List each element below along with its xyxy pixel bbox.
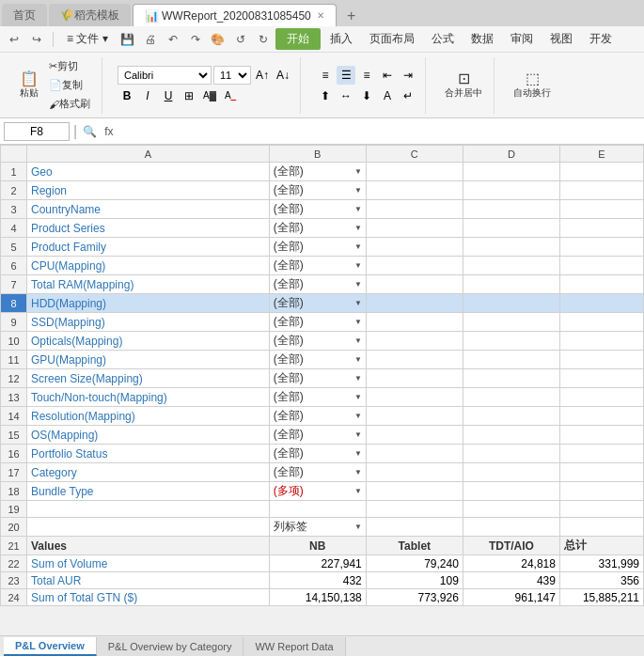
cell-c-14[interactable] [366,407,463,426]
align-middle-button[interactable]: ↔ [337,86,355,105]
row-num-11[interactable]: 11 [1,351,27,369]
cell-c-23[interactable]: 109 [366,572,463,589]
menu-insert[interactable]: 插入 [322,29,360,49]
cell-d-20[interactable] [463,518,559,537]
cell-a-5[interactable]: Product Family [27,238,270,257]
cell-a-8[interactable]: HDD(Mapping) [27,294,270,313]
cell-a-14[interactable]: Resolution(Mapping) [27,407,270,426]
row-num-3[interactable]: 3 [1,200,27,219]
cell-d-23[interactable]: 439 [463,572,559,589]
cell-d-7[interactable] [463,275,559,294]
cell-e-1[interactable] [559,163,643,181]
cell-a-18[interactable]: Bundle Type [27,482,270,501]
cell-b-11[interactable]: (全部)▼ [269,351,366,369]
cell-e-18[interactable] [559,482,643,501]
cell-b-22[interactable]: 227,941 [269,555,366,572]
row-num-21[interactable]: 21 [1,537,27,555]
zoom-icon[interactable]: 🔍 [81,123,99,140]
sheet-tab-pl-category[interactable]: P&L Overview by Category [97,637,244,656]
cell-a-6[interactable]: CPU(Mapping) [27,257,270,275]
cell-b-19[interactable] [269,501,366,518]
indent-increase-button[interactable]: ⇥ [399,66,417,85]
cell-d-22[interactable]: 24,818 [463,555,559,572]
cell-d-2[interactable] [463,181,559,200]
row-num-14[interactable]: 14 [1,407,27,426]
cell-d-5[interactable] [463,238,559,257]
dropdown-13[interactable]: (全部)▼ [274,389,362,405]
cell-d-18[interactable] [463,482,559,501]
dropdown-3[interactable]: (全部)▼ [274,201,362,217]
cell-e-2[interactable] [559,181,643,200]
row-num-22[interactable]: 22 [1,555,27,572]
save-icon[interactable]: 💾 [118,29,138,50]
cell-d-14[interactable] [463,407,559,426]
row-num-20[interactable]: 20 [1,518,27,537]
dropdown-16[interactable]: (全部)▼ [274,445,362,461]
sheet-tab-ww-data[interactable]: WW Report Data [243,637,345,656]
cell-d-3[interactable] [463,200,559,219]
menu-layout[interactable]: 页面布局 [362,29,422,49]
cell-b-3[interactable]: (全部)▼ [269,200,366,219]
paste-button[interactable]: 📋 粘贴 [15,70,43,102]
cell-e-23[interactable]: 356 [559,572,643,589]
text-direction-button[interactable]: A [378,86,397,105]
cell-c-2[interactable] [366,181,463,200]
wrap-text-button[interactable]: ↵ [399,86,417,105]
dropdown-2[interactable]: (全部)▼ [274,182,362,198]
cell-c-10[interactable] [366,332,463,351]
col-header-d[interactable]: D [463,146,559,163]
cell-e-24[interactable]: 15,885,211 [559,589,643,606]
redo-icon[interactable]: ↪ [26,29,47,50]
cell-b-8[interactable]: (全部)▼ [269,294,366,313]
tab-template[interactable]: 🌾 稻壳模板 [49,4,131,26]
cell-d-8[interactable] [463,294,559,313]
cell-a-17[interactable]: Category [27,463,270,482]
tab-report[interactable]: 📊 WWReport_20200831085450 ✕ [133,4,337,26]
cell-a-24[interactable]: Sum of Total GTN ($) [27,589,270,606]
row-num-6[interactable]: 6 [1,257,27,275]
cell-a-15[interactable]: OS(Mapping) [27,426,270,445]
menu-view[interactable]: 视图 [542,29,580,49]
dropdown-15[interactable]: (全部)▼ [274,427,362,443]
cell-d-12[interactable] [463,369,559,388]
cell-a-1[interactable]: Geo [27,163,270,181]
dropdown-11[interactable]: (全部)▼ [274,351,362,367]
cell-d-21[interactable]: TDT/AIO [463,537,559,555]
cell-a-16[interactable]: Portfolio Status [27,445,270,463]
cell-a-19[interactable] [27,501,270,518]
cell-c-5[interactable] [366,238,463,257]
redo3-icon[interactable]: ↻ [253,29,274,50]
increase-font-button[interactable]: A↑ [253,66,272,85]
undo-icon[interactable]: ↩ [4,29,24,50]
cell-e-16[interactable] [559,445,643,463]
fx-icon[interactable]: fx [102,123,115,140]
menu-file[interactable]: ≡ 文件 ▾ [59,29,116,49]
row-num-10[interactable]: 10 [1,332,27,351]
print-icon[interactable]: 🖨 [140,29,161,50]
cell-b-24[interactable]: 14,150,138 [269,589,366,606]
cell-d-10[interactable] [463,332,559,351]
cell-d-11[interactable] [463,351,559,369]
cell-d-19[interactable] [463,501,559,518]
col-header-b[interactable]: B [269,146,366,163]
cell-c-16[interactable] [366,445,463,463]
cell-b-13[interactable]: (全部)▼ [269,388,366,407]
dropdown-10[interactable]: (全部)▼ [274,333,362,349]
decrease-font-button[interactable]: A↓ [274,66,292,85]
redo2-icon[interactable]: ↷ [185,29,206,50]
dropdown-17[interactable]: (全部)▼ [274,464,362,480]
row-num-5[interactable]: 5 [1,238,27,257]
cell-e-6[interactable] [559,257,643,275]
cell-e-10[interactable] [559,332,643,351]
underline-button[interactable]: U [159,86,178,105]
cell-d-17[interactable] [463,463,559,482]
font-selector[interactable]: Calibri [118,66,212,85]
formula-input[interactable] [119,122,641,141]
cell-c-19[interactable] [366,501,463,518]
cell-d-1[interactable] [463,163,559,181]
row-num-23[interactable]: 23 [1,572,27,589]
cell-a-21[interactable]: Values [27,537,270,555]
cell-a-7[interactable]: Total RAM(Mapping) [27,275,270,294]
cell-a-12[interactable]: Screen Size(Mapping) [27,369,270,388]
dropdown-20[interactable]: 列标签▼ [274,519,362,535]
